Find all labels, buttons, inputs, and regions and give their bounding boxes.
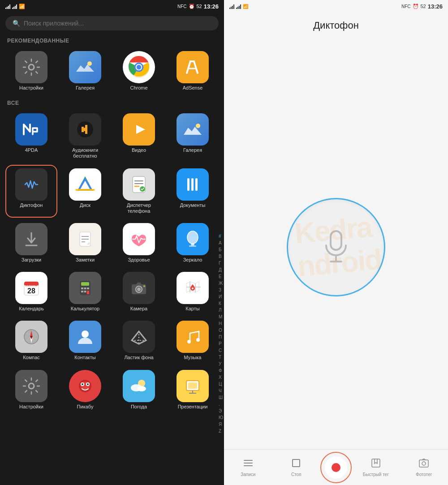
- alpha-sh[interactable]: Ш: [219, 395, 223, 401]
- svg-rect-37: [189, 245, 196, 247]
- svg-point-11: [196, 124, 200, 128]
- app-settings2[interactable]: Настройки: [5, 366, 57, 413]
- alpha-hash[interactable]: #: [219, 233, 223, 240]
- app-icon-adsense: [177, 51, 209, 83]
- alpha-v[interactable]: В: [219, 253, 223, 260]
- search-input[interactable]: [24, 20, 211, 27]
- search-bar[interactable]: 🔍: [5, 16, 219, 30]
- app-gallery2[interactable]: Галерея: [167, 110, 219, 163]
- svg-text:28: 28: [27, 287, 35, 295]
- alpha-dot[interactable]: .: [219, 401, 223, 408]
- app-adsense[interactable]: AdSense: [167, 47, 219, 94]
- svg-point-53: [143, 285, 145, 287]
- alpha-yu[interactable]: Ю: [219, 415, 223, 421]
- alpha-e[interactable]: Э: [219, 408, 223, 414]
- time-right: 13:26: [428, 3, 443, 10]
- quick-tag-icon: [370, 458, 381, 470]
- alpha-b[interactable]: Б: [219, 247, 223, 253]
- app-label-calendar: Календарь: [19, 306, 44, 312]
- app-video[interactable]: Видео: [113, 110, 165, 163]
- right-panel: 📶 NFC ⏰ 52 13:26 Диктофон Kedrandroid: [224, 0, 448, 485]
- app-dispatcher[interactable]: Диспетчер телефона: [113, 165, 165, 218]
- svg-rect-47: [81, 291, 83, 292]
- svg-rect-44: [81, 288, 83, 289]
- app-weather[interactable]: Погода: [113, 366, 165, 413]
- app-icon-compass: [15, 321, 47, 353]
- alpha-f[interactable]: Ф: [219, 368, 223, 374]
- app-docs[interactable]: Документы: [167, 165, 219, 218]
- alpha-kh[interactable]: Х: [219, 374, 223, 381]
- svg-rect-86: [419, 460, 428, 467]
- app-compass[interactable]: Компас: [5, 317, 57, 364]
- app-4pda[interactable]: 4PDA: [5, 110, 57, 163]
- app-calendar[interactable]: пятница 28 Календарь: [5, 268, 57, 315]
- alpha-z-lat[interactable]: Z: [219, 428, 223, 434]
- alpha-u[interactable]: У: [219, 361, 223, 367]
- nav-quick-tag[interactable]: Быстрый тег: [352, 458, 400, 477]
- app-dictaphone[interactable]: Диктофон: [5, 165, 57, 218]
- alpha-o[interactable]: О: [219, 327, 223, 334]
- alpha-l[interactable]: Л: [219, 307, 223, 313]
- app-drive[interactable]: Диск: [59, 165, 111, 218]
- alpha-ya[interactable]: Я: [219, 421, 223, 428]
- svg-rect-28: [191, 178, 194, 191]
- alpha-ts[interactable]: Ц: [219, 381, 223, 387]
- app-icon-galereya: [69, 51, 101, 83]
- status-bar-left: 📶 NFC ⏰ 52 13:26: [0, 0, 224, 13]
- alpha-i[interactable]: И: [219, 294, 223, 300]
- app-presentations[interactable]: Презентации: [167, 366, 219, 413]
- app-pikabu[interactable]: Пикабу: [59, 366, 111, 413]
- app-icon-pikabu: [69, 370, 101, 402]
- alpha-k[interactable]: К: [219, 300, 223, 307]
- app-nastroyki[interactable]: Настройки: [5, 47, 57, 94]
- svg-point-7: [137, 65, 141, 69]
- nav-photo-tag[interactable]: Фототег: [400, 458, 448, 477]
- app-contacts[interactable]: Контакты: [59, 317, 111, 364]
- alpha-ye[interactable]: Е: [219, 274, 223, 280]
- alpha-ch[interactable]: Ч: [219, 388, 223, 394]
- alpha-s[interactable]: С: [219, 348, 223, 354]
- svg-point-63: [187, 340, 191, 343]
- app-downloads[interactable]: Загрузки: [5, 219, 57, 266]
- svg-point-35: [187, 231, 198, 244]
- alpha-r[interactable]: Р: [219, 341, 223, 347]
- nav-stop[interactable]: Стоп: [272, 458, 321, 477]
- nav-record[interactable]: [320, 452, 352, 483]
- mic-icon: [323, 229, 349, 265]
- svg-rect-45: [84, 288, 86, 289]
- records-icon: [243, 458, 254, 470]
- app-mirror[interactable]: Зеркало: [167, 219, 219, 266]
- nav-records[interactable]: Записи: [224, 458, 272, 477]
- app-chrome[interactable]: Chrome: [113, 47, 165, 94]
- app-icon-nastroyki: [15, 51, 47, 83]
- svg-point-9: [83, 128, 87, 131]
- signal-status: 📶: [5, 4, 25, 9]
- alpha-z[interactable]: З: [219, 287, 223, 293]
- svg-rect-43: [81, 282, 89, 286]
- mic-circle[interactable]: [287, 198, 385, 296]
- svg-rect-27: [187, 178, 190, 191]
- app-maps[interactable]: Карты: [167, 268, 219, 315]
- app-icon-dispatcher: [123, 168, 155, 201]
- app-galereya[interactable]: Галерея: [59, 47, 111, 94]
- app-health[interactable]: Здоровье: [113, 219, 165, 266]
- app-music[interactable]: Музыка: [167, 317, 219, 364]
- signal-icon-2: [12, 4, 17, 9]
- app-calculator[interactable]: Калькулятор: [59, 268, 111, 315]
- alpha-d[interactable]: Д: [219, 267, 223, 273]
- app-audiobooks[interactable]: Аудиокниги бесплатно: [59, 110, 111, 163]
- app-notes[interactable]: Заметки: [59, 219, 111, 266]
- alphabet-bar: # А Б В Г Д Е Ж З И К Л М Н О П Р С Т У …: [219, 233, 223, 434]
- alpha-p[interactable]: П: [219, 334, 223, 340]
- record-button[interactable]: [320, 452, 352, 483]
- svg-rect-48: [84, 291, 86, 292]
- alpha-t[interactable]: Т: [219, 354, 223, 361]
- svg-point-54: [192, 288, 194, 289]
- alpha-m[interactable]: М: [219, 314, 223, 320]
- app-camera[interactable]: Камера: [113, 268, 165, 315]
- alpha-a[interactable]: А: [219, 240, 223, 246]
- alpha-n[interactable]: Н: [219, 321, 223, 327]
- app-eraser[interactable]: Ластик фона: [113, 317, 165, 364]
- alpha-g[interactable]: Г: [219, 260, 223, 266]
- alpha-zh[interactable]: Ж: [219, 280, 223, 287]
